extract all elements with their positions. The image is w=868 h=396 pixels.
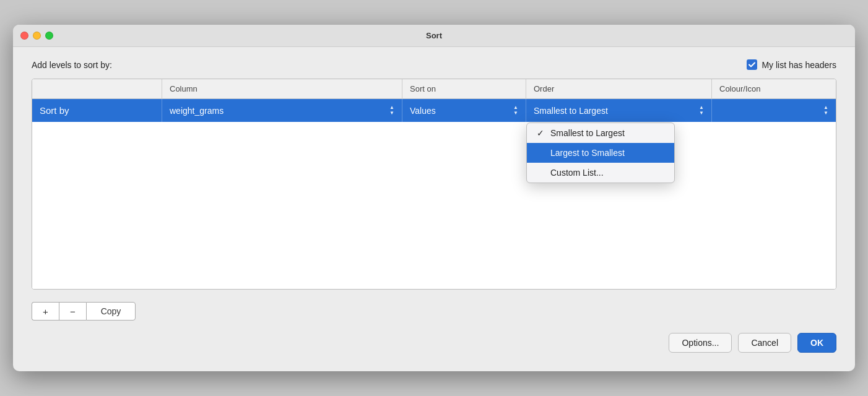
colour-icon-stepper-down[interactable]: ▼ [823, 111, 828, 116]
my-list-has-headers-checkbox[interactable] [747, 59, 757, 70]
add-levels-label: Add levels to sort by: [32, 60, 112, 70]
colour-icon-cell[interactable]: ▲ ▼ [712, 99, 836, 122]
remove-level-button[interactable]: − [59, 302, 86, 321]
toolbar: + − Copy [32, 302, 836, 321]
sort-on-value: Values [410, 106, 436, 116]
dropdown-item-label: Smallest to Largest [550, 128, 625, 138]
colour-icon-stepper-up[interactable]: ▲ [823, 105, 828, 110]
column-stepper[interactable]: ▲ ▼ [389, 105, 394, 116]
table-body: Sort by weight_grams ▲ ▼ Values ▲ ▼ [32, 99, 836, 289]
dropdown-item-largest-to-smallest[interactable]: Largest to Smallest [527, 143, 674, 163]
order-stepper-down[interactable]: ▼ [699, 111, 704, 116]
maximize-button[interactable] [45, 32, 53, 40]
sort-table: Column Sort on Order Colour/Icon Sort by… [32, 79, 836, 290]
order-stepper[interactable]: ▲ ▼ [699, 105, 704, 116]
minimize-button[interactable] [33, 32, 41, 40]
options-button[interactable]: Options... [669, 333, 732, 353]
dropdown-item-label-2: Largest to Smallest [550, 148, 625, 158]
ok-button[interactable]: OK [797, 333, 836, 353]
table-row[interactable]: Sort by weight_grams ▲ ▼ Values ▲ ▼ [32, 99, 836, 122]
column-value: weight_grams [170, 106, 224, 116]
window-title: Sort [426, 31, 442, 40]
checkmark-icon: ✓ [537, 128, 545, 138]
column-stepper-down[interactable]: ▼ [389, 111, 394, 116]
sort-on-stepper-up[interactable]: ▲ [513, 105, 518, 110]
header-checkbox-group: My list has headers [747, 59, 836, 70]
copy-level-button[interactable]: Copy [86, 302, 136, 321]
dropdown-item-label-3: Custom List... [550, 168, 604, 178]
order-dropdown: ✓ Smallest to Largest Largest to Smalles… [526, 123, 675, 183]
col-header-empty [32, 79, 162, 98]
sort-by-cell: Sort by [32, 99, 162, 122]
dialog-content: Add levels to sort by: My list has heade… [13, 47, 855, 371]
colour-icon-stepper[interactable]: ▲ ▼ [823, 105, 828, 116]
close-button[interactable] [20, 32, 28, 40]
order-value: Smallest to Largest [534, 106, 608, 116]
footer-buttons: Options... Cancel OK [32, 333, 836, 353]
my-list-has-headers-label: My list has headers [762, 60, 836, 70]
col-header-sort-on: Sort on [402, 79, 526, 98]
top-bar: Add levels to sort by: My list has heade… [32, 59, 836, 70]
empty-rows [32, 122, 836, 289]
sort-on-stepper-down[interactable]: ▼ [513, 111, 518, 116]
sort-on-stepper[interactable]: ▲ ▼ [513, 105, 518, 116]
table-header: Column Sort on Order Colour/Icon [32, 79, 836, 99]
traffic-lights [20, 32, 53, 40]
order-stepper-up[interactable]: ▲ [699, 105, 704, 110]
dropdown-item-custom-list[interactable]: Custom List... [527, 163, 674, 183]
col-header-colour-icon: Colour/Icon [712, 79, 836, 98]
col-header-column: Column [162, 79, 402, 98]
titlebar: Sort [13, 25, 855, 47]
dropdown-item-smallest-to-largest[interactable]: ✓ Smallest to Largest [527, 123, 674, 143]
cancel-button[interactable]: Cancel [738, 333, 791, 353]
col-header-order: Order [526, 79, 712, 98]
column-stepper-up[interactable]: ▲ [389, 105, 394, 110]
order-cell[interactable]: Smallest to Largest ▲ ▼ ✓ Smallest to La… [526, 99, 712, 122]
sort-dialog: Sort Add levels to sort by: My list has … [13, 25, 855, 371]
sort-on-cell[interactable]: Values ▲ ▼ [402, 99, 526, 122]
column-cell[interactable]: weight_grams ▲ ▼ [162, 99, 402, 122]
add-level-button[interactable]: + [32, 302, 59, 321]
